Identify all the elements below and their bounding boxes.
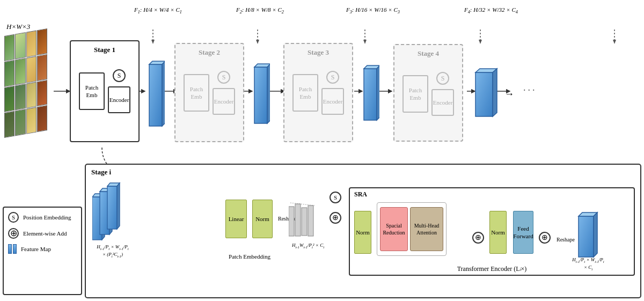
position-embed-symbol-1: S: [113, 69, 126, 82]
sequence-formula: Hi-1Wi-1/Pi² × Ci: [287, 243, 330, 250]
encoder-3: Encoder: [321, 88, 344, 115]
image-cell: [37, 79, 47, 106]
plus-circle-3: ⊕: [539, 232, 551, 244]
legend-feature-icon: [8, 244, 17, 254]
patch-emb-2: PatchEmb: [184, 74, 209, 112]
legend-plus-icon: ⊕: [8, 228, 19, 239]
image-grid: [4, 28, 47, 138]
image-cell: [15, 58, 25, 85]
stage2-label: Stage 2: [199, 48, 220, 57]
svg-marker-10: [613, 40, 616, 44]
svg-rect-41: [475, 72, 493, 116]
feature-map-f1: [146, 59, 165, 131]
image-cell: [37, 105, 47, 132]
stage1-inner: PatchEmb S Encoder: [79, 69, 130, 113]
stage3-box: Stage 3 PatchEmb S Encoder: [283, 43, 353, 142]
linear-box: Linear: [225, 200, 247, 238]
input-feature-stacks: [92, 181, 129, 243]
arrow-out: →: [504, 89, 514, 100]
image-cell: [15, 32, 25, 59]
feed-forward-box: Feed Forward: [513, 211, 533, 254]
image-cell: [37, 28, 47, 55]
norm-box-3: Norm: [489, 211, 507, 254]
svg-rect-55: [302, 208, 307, 236]
token-sequence: [289, 201, 318, 239]
feature-map-f4: [471, 67, 501, 123]
encoder-4: Encoder: [431, 89, 454, 116]
feature-map-f3: [361, 64, 379, 126]
plus-circle-2: ⊕: [472, 232, 484, 244]
stage3-right: S Encoder: [321, 71, 344, 115]
image-cell: [4, 85, 14, 112]
svg-rect-53: [289, 207, 294, 236]
svg-rect-54: [295, 204, 301, 236]
formula-f3: F3: H/16 × W/16 × C3: [346, 6, 400, 14]
position-embed-symbol-3: S: [326, 71, 339, 84]
legend-position-label: Position Embedding: [23, 214, 71, 221]
svg-marker-40: [377, 65, 379, 120]
sra-inner-box: Spacial Reduction Multi-Head Attention: [377, 202, 447, 256]
svg-marker-4: [256, 40, 259, 44]
feature-map-f2: [251, 62, 270, 128]
stage-i-label: Stage i: [91, 168, 111, 177]
sra-label: SRA: [354, 190, 367, 199]
svg-marker-52: [117, 183, 120, 229]
bottom-section: Stage i: [85, 164, 641, 298]
patch-emb-4: PatchEmb: [402, 75, 428, 113]
position-embed-symbol-4: S: [436, 72, 449, 85]
stage1-right: S Encoder: [108, 69, 130, 113]
norm-box-1: Norm: [252, 200, 273, 238]
stage2-inner: PatchEmb S Encoder: [184, 71, 235, 115]
legend-box: S Position Embedding ⊕ Element-wise Add …: [3, 207, 82, 295]
svg-rect-38: [364, 69, 377, 120]
stage4-inner: PatchEmb S Encoder: [402, 72, 454, 116]
formula-f1: F1: H/4 × W/4 × C1: [134, 6, 182, 14]
plus-circle-1: ⊕: [330, 212, 341, 224]
ellipsis-out: ···: [523, 85, 537, 96]
svg-marker-34: [162, 61, 165, 126]
input-image: [4, 32, 53, 140]
output-formula: Hi-1/Pi × Wi-1/Pi × Ci: [572, 257, 604, 271]
legend-feature-label: Feature Map: [21, 246, 51, 252]
image-cell: [37, 54, 47, 81]
reshape-label-2: Reshape: [557, 237, 575, 243]
image-cell: [4, 34, 14, 61]
image-cell: [26, 82, 36, 108]
stage3-label: Stage 3: [308, 48, 329, 57]
svg-marker-37: [267, 64, 270, 123]
output-3d-box: [574, 211, 601, 261]
svg-marker-60: [594, 212, 597, 257]
patch-emb-1: PatchEmb: [79, 72, 105, 110]
image-cell: [26, 56, 36, 83]
svg-rect-35: [254, 67, 267, 123]
stage4-right: S Encoder: [431, 72, 454, 116]
svg-marker-43: [493, 69, 497, 116]
svg-rect-32: [149, 64, 162, 126]
image-cell: [4, 111, 14, 138]
formula-f2: F2: H/8 × W/8 × C2: [236, 6, 284, 14]
svg-rect-50: [107, 186, 117, 229]
patch-embedding-bottom-label: Patch Embedding: [225, 253, 274, 260]
spatial-reduction-box: Spacial Reduction: [380, 207, 408, 251]
legend-feature-map: Feature Map: [8, 244, 77, 254]
stage1-label: Stage 1: [94, 46, 115, 54]
stage2-box: Stage 2 PatchEmb S Encoder: [174, 43, 244, 142]
transformer-encoder-box: SRA Norm Spacial Reduction Multi-Head At…: [349, 187, 635, 276]
stage3-inner: PatchEmb S Encoder: [292, 71, 344, 115]
svg-line-57: [290, 203, 314, 205]
encoder-1: Encoder: [108, 86, 130, 113]
input-dimension-label: H×W×3: [6, 23, 30, 31]
svg-marker-8: [479, 40, 482, 44]
svg-marker-6: [363, 40, 367, 44]
image-cell: [15, 84, 25, 111]
image-cell: [4, 60, 14, 86]
stage4-box: Stage 4 PatchEmb S Encoder: [393, 44, 463, 142]
svg-rect-56: [308, 205, 313, 236]
legend-elementwise-add: ⊕ Element-wise Add: [8, 228, 77, 239]
stage4-label: Stage 4: [418, 49, 439, 58]
legend-add-label: Element-wise Add: [23, 230, 67, 237]
legend-position-embedding: S Position Embedding: [8, 212, 77, 223]
diagram-container: H×W×3 F1: H/4 × W/4 × C1 F2: H/8 × W/8 ×…: [0, 0, 644, 301]
image-cell: [15, 109, 25, 136]
patch-emb-3: PatchEmb: [292, 74, 318, 112]
